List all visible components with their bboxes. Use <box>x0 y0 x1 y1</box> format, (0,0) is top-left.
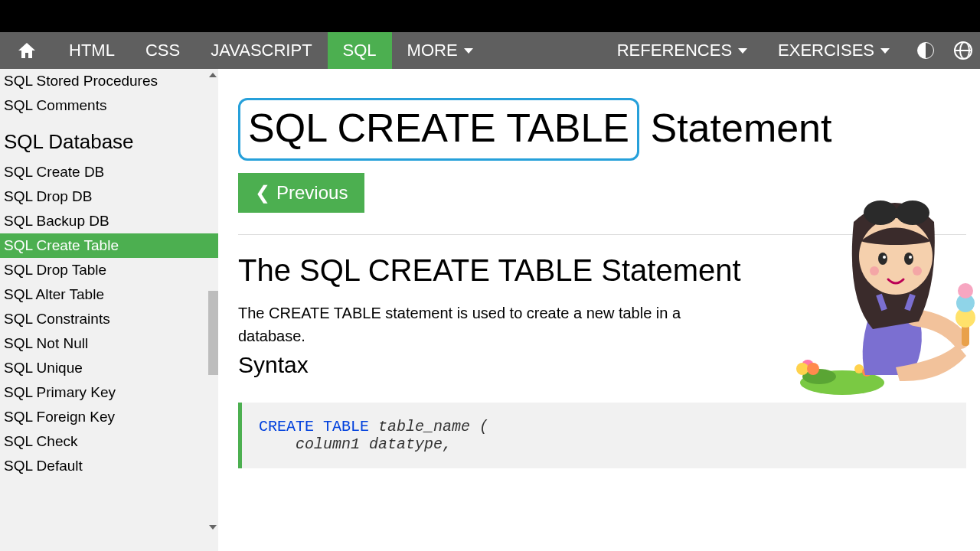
nav-exercises[interactable]: EXERCISES <box>763 32 905 69</box>
sidebar-item-foreign-key[interactable]: SQL Foreign Key <box>0 405 218 429</box>
nav-more-label: MORE <box>407 41 458 60</box>
caret-down-icon <box>464 48 473 54</box>
mascot-illustration <box>781 168 980 398</box>
sidebar-item-create-db[interactable]: SQL Create DB <box>0 160 218 184</box>
page-title: SQL CREATE TABLE Statement <box>238 98 966 161</box>
language-button[interactable] <box>946 32 980 69</box>
title-rest: Statement <box>639 106 831 150</box>
sidebar-scrollbar-thumb[interactable] <box>208 291 218 375</box>
sidebar-item-drop-table[interactable]: SQL Drop Table <box>0 258 218 282</box>
nav-javascript[interactable]: JAVASCRIPT <box>195 32 327 69</box>
section-paragraph: The CREATE TABLE statement is used to cr… <box>238 302 728 347</box>
sidebar-item[interactable]: SQL Stored Procedures <box>0 69 218 93</box>
caret-down-icon <box>880 48 890 54</box>
sidebar-item-unique[interactable]: SQL Unique <box>0 356 218 380</box>
svg-point-19 <box>913 266 922 276</box>
sidebar-item-default[interactable]: SQL Default <box>0 454 218 478</box>
nav-css[interactable]: CSS <box>130 32 195 69</box>
top-navigation: HTML CSS JAVASCRIPT SQL MORE REFERENCES … <box>0 32 980 69</box>
svg-point-12 <box>864 201 897 225</box>
previous-button[interactable]: ❮ Previous <box>238 173 364 213</box>
sidebar-item-check[interactable]: SQL Check <box>0 429 218 454</box>
code-keyword: CREATE TABLE <box>259 418 369 435</box>
sidebar-item-alter-table[interactable]: SQL Alter Table <box>0 282 218 307</box>
svg-point-10 <box>958 283 973 298</box>
sidebar: SQL Stored Procedures SQL Comments SQL D… <box>0 69 218 551</box>
caret-down-icon <box>738 48 747 54</box>
main-content: SQL CREATE TABLE Statement ❮ Previous Th… <box>218 69 980 551</box>
globe-icon <box>954 41 972 60</box>
svg-point-4 <box>807 363 819 375</box>
sidebar-item-backup-db[interactable]: SQL Backup DB <box>0 209 218 233</box>
browser-black-bar <box>0 0 980 32</box>
code-block: CREATE TABLE table_name ( column1 dataty… <box>238 403 966 468</box>
svg-point-18 <box>870 266 879 276</box>
sidebar-item[interactable]: SQL Comments <box>0 93 218 118</box>
previous-label: Previous <box>276 182 348 204</box>
svg-point-16 <box>883 256 886 259</box>
theme-toggle[interactable] <box>905 32 946 69</box>
nav-sql[interactable]: SQL <box>328 32 392 69</box>
home-icon <box>17 41 37 60</box>
svg-point-17 <box>909 256 912 259</box>
chevron-left-icon: ❮ <box>255 182 270 204</box>
scroll-up-arrow-icon[interactable] <box>209 73 217 77</box>
sidebar-item-primary-key[interactable]: SQL Primary Key <box>0 380 218 405</box>
nav-html[interactable]: HTML <box>54 32 130 69</box>
home-button[interactable] <box>0 32 54 69</box>
sidebar-item-constraints[interactable]: SQL Constraints <box>0 307 218 331</box>
svg-point-14 <box>878 253 887 265</box>
scroll-down-arrow-icon[interactable] <box>209 525 217 530</box>
nav-more[interactable]: MORE <box>392 32 488 69</box>
sidebar-section-title: SQL Database <box>0 118 218 160</box>
svg-point-3 <box>796 363 808 375</box>
nav-references[interactable]: REFERENCES <box>602 32 763 69</box>
code-text: column1 datatype, <box>259 435 452 453</box>
sidebar-item-drop-db[interactable]: SQL Drop DB <box>0 184 218 209</box>
svg-point-15 <box>904 253 913 265</box>
sidebar-item-not-null[interactable]: SQL Not Null <box>0 331 218 356</box>
svg-point-13 <box>896 201 929 225</box>
nav-exercises-label: EXERCISES <box>778 41 874 60</box>
title-highlight-box: SQL CREATE TABLE <box>238 98 639 161</box>
contrast-icon <box>917 42 934 59</box>
code-text: table_name ( <box>369 418 488 435</box>
nav-references-label: REFERENCES <box>617 41 732 60</box>
sidebar-item-create-table[interactable]: SQL Create Table <box>0 233 218 258</box>
